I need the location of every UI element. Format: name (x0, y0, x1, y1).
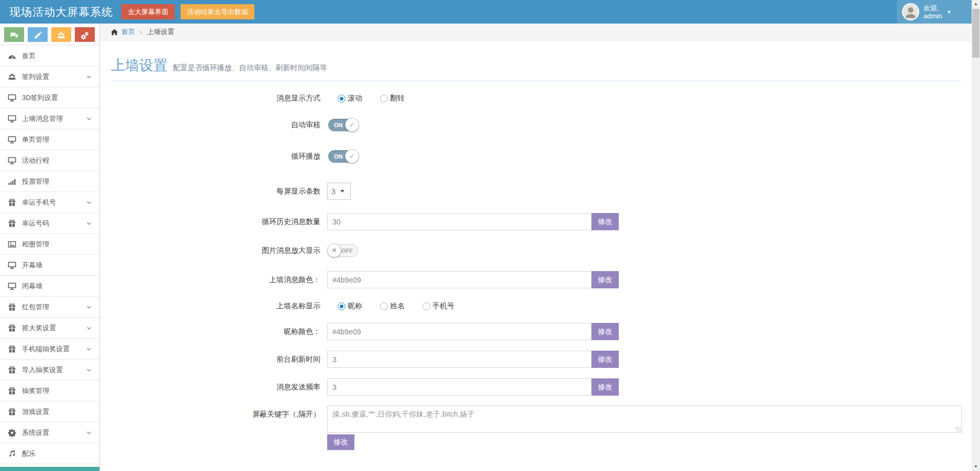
sidebar-item-0[interactable]: 首页 (0, 46, 99, 66)
radio-selected-icon[interactable] (338, 302, 346, 310)
sidebar-item-label: 手机端抽奖设置 (22, 344, 86, 354)
music-icon (8, 450, 17, 458)
chevron-down-icon (86, 74, 92, 80)
form-row-image-zoom-toggle: 图片消息放大显示OFF× (111, 244, 961, 257)
desktop-icon (8, 156, 17, 165)
export-data-button[interactable]: 活动结束去导出数据 (181, 4, 254, 19)
sidebar-item-19[interactable]: 配乐 (0, 443, 99, 464)
page-header: 上墙设置 配置是否循环播放、自动审核、刷新时间间隔等 (111, 58, 961, 75)
sidebar-item-17[interactable]: 游戏设置 (0, 401, 99, 422)
sidebar-item-12[interactable]: 红包管理 (0, 297, 99, 318)
sidebar-item-label: 签到设置 (22, 72, 86, 82)
gift-icon (8, 219, 17, 228)
message-color-input[interactable] (327, 271, 592, 288)
auto-review-toggle[interactable]: ON✓ (328, 119, 358, 131)
chat-shortcut-button[interactable] (4, 27, 24, 42)
sidebar-item-10[interactable]: 开幕墙 (0, 255, 99, 276)
sidebar-item-16[interactable]: 抽奖管理 (0, 380, 99, 401)
sidebar-footer (0, 467, 99, 471)
sidebar-item-11[interactable]: 闭幕墙 (0, 276, 99, 297)
toggle-state-label: ON (334, 153, 343, 160)
per-screen-count-select[interactable]: 3 (327, 183, 351, 200)
radio-option[interactable]: 昵称 (338, 301, 362, 311)
check-icon: ✓ (345, 118, 359, 132)
user-menu[interactable]: 欢迎, admin ▼ (897, 0, 972, 24)
x-icon: × (327, 243, 341, 257)
form-row-blocked-keywords-textarea: 屏蔽关键字（,隔开）操,sb,傻逼,艹,日你妈,干你妹,老子,bitch,婊子修… (111, 406, 961, 450)
sidebar-item-8[interactable]: 幸运号码 (0, 213, 99, 234)
radio-selected-icon[interactable] (338, 95, 346, 103)
desktop-icon (8, 261, 17, 270)
page-subtitle: 配置是否循环播放、自动审核、刷新时间间隔等 (173, 63, 327, 72)
breadcrumb-home-link[interactable]: 首页 (121, 27, 135, 37)
check-icon: ✓ (345, 149, 359, 163)
refresh-time-input[interactable] (327, 351, 592, 368)
radio-option[interactable]: 滚动 (338, 94, 362, 103)
sidebar: 首页签到设置3D签到设置上墙消息管理单页管理活动行程投票管理幸运手机号幸运号码相… (0, 24, 100, 471)
select-value: 3 (331, 187, 336, 196)
image-zoom-toggle[interactable]: OFF× (328, 244, 358, 257)
vertical-scrollbar[interactable]: ▲ ▼ (972, 0, 980, 471)
sidebar-item-label: 幸运号码 (22, 219, 86, 228)
modify-button[interactable]: 修改 (592, 351, 619, 368)
users-icon (8, 73, 17, 81)
sidebar-item-15[interactable]: 导入抽奖设置 (0, 360, 99, 380)
radio-option-label: 昵称 (348, 301, 362, 311)
sidebar-item-18[interactable]: 系统设置 (0, 422, 99, 443)
blocked-keywords-textarea[interactable]: 操,sb,傻逼,艹,日你妈,干你妹,老子,bitch,婊子 (327, 406, 962, 433)
field-label: 循环历史消息数量 (111, 217, 320, 227)
sidebar-item-14[interactable]: 手机端抽奖设置 (0, 339, 99, 360)
radio-option-label: 滚动 (348, 94, 362, 103)
modify-button[interactable]: 修改 (592, 323, 619, 340)
radio-option[interactable]: 手机号 (422, 301, 454, 311)
field-label: 每屏显示条数 (111, 187, 320, 196)
sidebar-item-label: 配乐 (22, 449, 92, 458)
wall-settings-form: 消息显示方式滚动翻转自动审核ON✓循环播放ON✓每屏显示条数3循环历史消息数量修… (111, 94, 961, 450)
gift-icon (8, 303, 17, 311)
gift-icon (8, 387, 17, 395)
sidebar-item-9[interactable]: 相册管理 (0, 234, 99, 255)
field-label: 上墙消息颜色： (111, 275, 320, 285)
gift-icon (8, 198, 17, 207)
sidebar-item-6[interactable]: 投票管理 (0, 171, 99, 192)
app-title: 现场活动大屏幕系统 (9, 0, 113, 24)
main-panel: 首页 › 上墙设置 上墙设置 配置是否循环播放、自动审核、刷新时间间隔等 消息显… (101, 24, 972, 471)
users-shortcut-button[interactable] (51, 27, 71, 42)
scroll-down-icon[interactable]: ▼ (972, 463, 980, 471)
sidebar-item-label: 投票管理 (22, 177, 92, 186)
modify-button[interactable]: 修改 (592, 213, 619, 230)
pencil-shortcut-button[interactable] (28, 27, 48, 42)
modify-button[interactable]: 修改 (327, 434, 354, 450)
radio-unselected-icon[interactable] (422, 302, 430, 310)
modify-button[interactable]: 修改 (592, 378, 619, 396)
radio-option[interactable]: 翻转 (380, 94, 405, 103)
history-count-input[interactable] (327, 213, 592, 230)
radio-unselected-icon[interactable] (380, 302, 388, 310)
toggle-state-label: ON (334, 122, 343, 128)
sidebar-item-5[interactable]: 活动行程 (0, 150, 99, 171)
form-row-send-frequency-input: 消息发送频率修改 (111, 378, 961, 396)
radio-unselected-icon[interactable] (380, 95, 388, 103)
sidebar-item-2[interactable]: 3D签到设置 (0, 87, 99, 108)
home-icon[interactable] (110, 28, 118, 36)
nickname-color-input[interactable] (327, 323, 592, 340)
loop-play-toggle[interactable]: ON✓ (328, 150, 358, 163)
radio-option[interactable]: 姓名 (380, 301, 405, 311)
sidebar-item-3[interactable]: 上墙消息管理 (0, 108, 99, 129)
scroll-up-icon[interactable]: ▲ (972, 0, 980, 8)
field-label: 循环播放 (111, 152, 320, 161)
field-label: 消息发送频率 (111, 383, 320, 392)
gears-shortcut-button[interactable] (75, 27, 95, 42)
send-frequency-input[interactable] (327, 378, 592, 396)
app-root: 现场活动大屏幕系统 去大屏幕界面 活动结束去导出数据 欢迎, admin ▼ 首… (0, 0, 980, 471)
sidebar-item-7[interactable]: 幸运手机号 (0, 192, 99, 213)
sidebar-item-13[interactable]: 摇大奖设置 (0, 318, 99, 339)
gift-icon (8, 324, 17, 332)
modify-button[interactable]: 修改 (592, 271, 619, 288)
gift-icon (8, 408, 17, 416)
chevron-down-icon (86, 220, 92, 227)
scrollbar-thumb[interactable] (972, 9, 979, 58)
go-bigscreen-button[interactable]: 去大屏幕界面 (121, 4, 175, 19)
sidebar-item-1[interactable]: 签到设置 (0, 66, 99, 87)
sidebar-item-4[interactable]: 单页管理 (0, 129, 99, 150)
